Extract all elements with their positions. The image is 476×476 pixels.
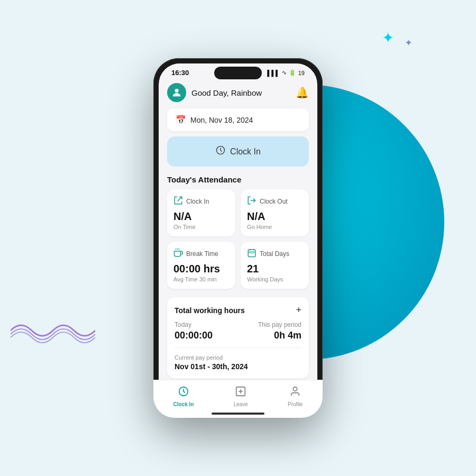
nav-item-clock-in[interactable]: Clock In — [173, 386, 194, 407]
nav-clock-label: Clock In — [173, 401, 194, 407]
nav-clock-icon — [178, 386, 189, 400]
clock-in-sub: On Time — [173, 224, 229, 230]
svg-point-0 — [175, 89, 178, 93]
working-hours-title: Total working hours — [175, 306, 245, 315]
att-card-total-days: Total Days 21 Working Days — [241, 242, 309, 289]
battery-icon: 🔋 — [289, 69, 296, 76]
pay-period-value: 0h 4m — [258, 330, 301, 341]
total-days-sub: Working Days — [247, 276, 303, 282]
current-period-label: Current pay period — [175, 354, 301, 361]
phone-screen: 16:30 ▌▌▌ ∿ 🔋 19 Good Day, — [159, 63, 317, 413]
app-header: Good Day, Rainbow 🔔 — [167, 79, 309, 108]
calendar-icon: 📅 — [176, 115, 186, 125]
clock-in-card-icon — [173, 196, 183, 207]
total-days-card-label: Total Days — [260, 250, 289, 258]
today-value: 00:00:00 — [175, 330, 213, 341]
avatar — [167, 83, 186, 102]
clock-in-card-label: Clock In — [186, 198, 209, 205]
clock-in-value: N/A — [173, 210, 229, 223]
att-card-clock-in: Clock In N/A On Time — [167, 189, 235, 236]
bottom-nav: Clock In Leave — [159, 380, 317, 413]
clock-out-card-icon — [247, 196, 257, 207]
clock-in-label: Clock In — [230, 147, 261, 157]
notification-icon[interactable]: 🔔 — [296, 86, 309, 99]
date-text: Mon, Nov 18, 2024 — [190, 116, 253, 124]
star-icon-2: ✦ — [405, 37, 413, 49]
expand-button[interactable]: + — [296, 305, 301, 316]
wave-decoration — [11, 317, 95, 344]
nav-leave-icon — [235, 386, 246, 400]
clock-out-sub: Go Home — [247, 224, 303, 230]
date-card: 📅 Mon, Nov 18, 2024 — [167, 108, 309, 131]
break-card-label: Break Time — [186, 250, 218, 258]
clock-out-card-label: Clock Out — [260, 198, 288, 205]
clock-in-button[interactable]: Clock In — [167, 136, 309, 167]
wifi-icon: ∿ — [282, 69, 287, 76]
total-days-card-icon — [247, 248, 257, 260]
working-hours-card: Total working hours + Today 00:00:00 Thi… — [167, 297, 309, 378]
status-icons: ▌▌▌ ∿ 🔋 19 — [267, 69, 305, 76]
status-time: 16:30 — [171, 69, 189, 77]
attendance-grid: Clock In N/A On Time Clock Out — [167, 189, 309, 289]
nav-leave-label: Leave — [234, 401, 248, 407]
star-icon-1: ✦ — [382, 29, 394, 47]
greeting-text: Good Day, Rainbow — [191, 88, 262, 97]
nav-item-profile[interactable]: Profile — [288, 386, 303, 407]
scroll-content[interactable]: Good Day, Rainbow 🔔 📅 Mon, Nov 18, 2024 … — [159, 79, 317, 413]
today-label: Today — [175, 321, 213, 328]
clock-icon — [215, 145, 226, 158]
break-sub: Avg Time 30 min — [173, 276, 229, 282]
signal-icon: ▌▌▌ — [267, 70, 279, 76]
battery-level: 19 — [298, 70, 305, 76]
divider — [175, 347, 301, 348]
clock-out-value: N/A — [247, 210, 303, 223]
phone-frame: 16:30 ▌▌▌ ∿ 🔋 19 Good Day, — [153, 58, 323, 418]
header-left: Good Day, Rainbow — [167, 83, 262, 102]
break-card-icon — [173, 248, 183, 260]
nav-profile-label: Profile — [288, 401, 303, 407]
dynamic-island — [214, 67, 262, 79]
attendance-section-title: Today's Attendance — [167, 175, 309, 184]
svg-point-16 — [294, 387, 297, 391]
pay-period-label: This pay period — [258, 321, 301, 328]
total-days-value: 21 — [247, 263, 303, 275]
nav-item-leave[interactable]: Leave — [234, 386, 248, 407]
current-period-value: Nov 01st - 30th, 2024 — [175, 362, 301, 371]
nav-profile-icon — [289, 386, 301, 400]
att-card-break: Break Time 00:00 hrs Avg Time 30 min — [167, 242, 235, 289]
att-card-clock-out: Clock Out N/A Go Home — [241, 189, 309, 236]
break-value: 00:00 hrs — [173, 263, 229, 275]
